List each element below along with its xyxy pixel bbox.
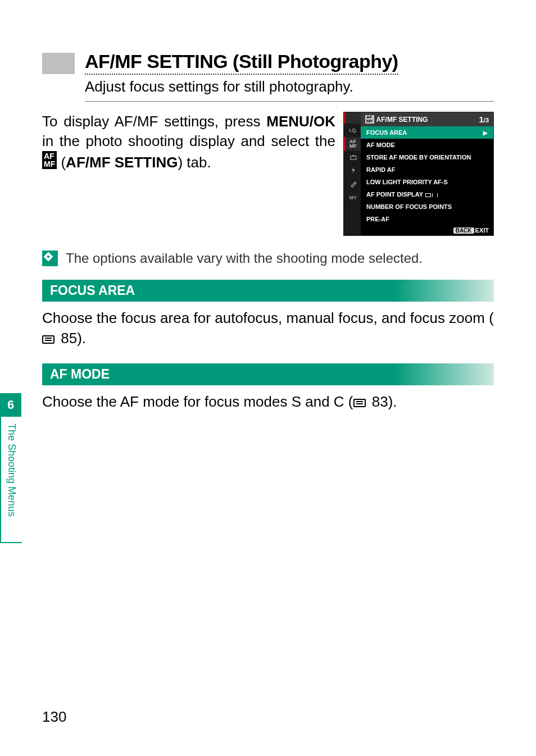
intro-part3: ( bbox=[57, 154, 66, 171]
chapter-number: 6 bbox=[0, 393, 21, 417]
cam-tab-flash bbox=[344, 164, 361, 177]
note-icon bbox=[42, 251, 58, 266]
section-bar-focus-area: FOCUS AREA bbox=[42, 280, 494, 302]
camera-header-icon: AF MF bbox=[365, 115, 374, 124]
cam-item-af-point-display: AF POINT DISPLAY bbox=[361, 188, 493, 201]
grid-icon bbox=[425, 193, 431, 197]
camera-page-indicator: 1/3 bbox=[479, 115, 489, 124]
cam-item-af-mode: AF MODE bbox=[361, 139, 493, 151]
cam-item-low-light: LOW LIGHT PRIORITY AF-S bbox=[361, 176, 493, 188]
cam-item-focus-points: NUMBER OF FOCUS POINTS bbox=[361, 201, 493, 213]
camera-menu-footer: BACKEXIT bbox=[361, 225, 493, 235]
note-row: The options available vary with the shoo… bbox=[42, 251, 494, 266]
intro-paragraph: To display AF/MF settings, press MENU/OK… bbox=[42, 112, 335, 172]
chevron-right-icon: ▶ bbox=[483, 130, 488, 136]
intro-part2: in the photo shooting display and select… bbox=[42, 133, 335, 149]
cam-item-rapid-af: RAPID AF bbox=[361, 163, 493, 176]
camera-menu-tabs: I.Q. AF MF MY bbox=[344, 112, 361, 235]
mode-c: C bbox=[334, 393, 344, 410]
camera-menu-header: AF MF AF/MF SETTING 1/3 bbox=[361, 112, 493, 126]
intro-part4: ) tab. bbox=[178, 154, 211, 171]
exit-label: EXIT bbox=[475, 227, 489, 234]
cam-item-pre-af: PRE-AF bbox=[361, 213, 493, 225]
chapter-label: The Shooting Menus bbox=[0, 417, 22, 543]
heading-row: AF/MF SETTING (Still Photography) bbox=[42, 51, 494, 75]
cam-tab-my: MY bbox=[344, 191, 361, 204]
afmf-icon: AFMF bbox=[42, 151, 57, 169]
section-body-af-mode: Choose the AF mode for focus modes S and… bbox=[42, 392, 494, 412]
cam-tab-setup bbox=[344, 177, 361, 191]
note-text: The options available vary with the shoo… bbox=[66, 251, 423, 266]
heading-marker bbox=[42, 53, 75, 74]
chapter-tab: 6 The Shooting Menus bbox=[0, 393, 21, 543]
page-ref-icon bbox=[42, 335, 54, 344]
page-number: 130 bbox=[42, 708, 66, 726]
page-ref-icon bbox=[353, 399, 366, 407]
cam-tab-afmf: AF MF bbox=[344, 137, 361, 151]
page-subtitle: Adjust focus settings for still photogra… bbox=[85, 78, 494, 102]
cam-item-focus-area: FOCUS AREA▶ bbox=[361, 126, 493, 139]
section-body-focus-area: Choose the focus area for autofocus, man… bbox=[42, 308, 494, 349]
svg-rect-1 bbox=[352, 155, 355, 156]
cam-tab-shoot bbox=[344, 151, 361, 164]
tab-label: AF/MF SETTING bbox=[66, 154, 178, 171]
bracket-icon bbox=[432, 193, 438, 197]
section-bar-af-mode: AF MODE bbox=[42, 363, 494, 385]
menu-ok-label: MENU/OK bbox=[266, 113, 335, 130]
mode-s: S bbox=[292, 393, 301, 410]
cam-tab-iq: I.Q. bbox=[344, 124, 361, 137]
cam-item-store-orientation: STORE AF MODE BY ORIENTATION bbox=[361, 151, 493, 163]
svg-rect-0 bbox=[351, 156, 356, 160]
intro-part1: To display AF/MF settings, press bbox=[42, 113, 266, 130]
back-label: BACK bbox=[453, 227, 474, 234]
camera-header-title: AF/MF SETTING bbox=[376, 116, 428, 124]
page-title: AF/MF SETTING (Still Photography) bbox=[85, 51, 398, 75]
camera-menu-screenshot: I.Q. AF MF MY AF MF AF/MF SETTING 1/3 FO… bbox=[343, 112, 494, 236]
